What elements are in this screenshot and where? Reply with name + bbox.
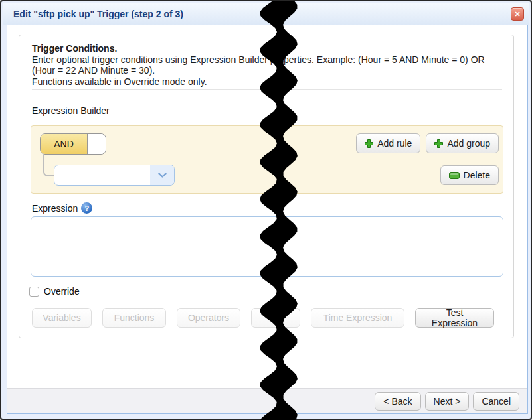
expression-textarea[interactable] xyxy=(31,216,503,277)
delete-rule-button[interactable]: Delete xyxy=(440,165,499,185)
override-label: Override xyxy=(44,286,80,297)
operators-button[interactable]: Operators xyxy=(177,308,240,328)
delete-icon xyxy=(449,172,460,179)
override-checkbox[interactable] xyxy=(29,287,39,297)
add-group-label: Add group xyxy=(447,138,490,149)
and-toggle-option[interactable]: AND xyxy=(41,134,88,154)
dialog-footer: < Back Next > Cancel xyxy=(7,388,527,413)
expression-builder-label: Expression Builder xyxy=(32,105,110,116)
delete-label: Delete xyxy=(464,170,490,180)
close-button[interactable]: ✕ xyxy=(511,7,524,21)
rule-tree-connector xyxy=(43,155,54,176)
intro-line-1: Enter optional trigger conditions using … xyxy=(32,54,485,66)
intro-text: Trigger Conditions. Enter optional trigg… xyxy=(32,43,485,87)
dialog-titlebar: Edit "sftp pick up" Trigger (step 2 of 3… xyxy=(3,3,529,25)
next-button[interactable]: Next > xyxy=(425,392,470,411)
variables-button[interactable]: Variables xyxy=(32,308,92,328)
obscured-button[interactable] xyxy=(251,308,300,328)
screenshot-stage: Edit "sftp pick up" Trigger (step 2 of 3… xyxy=(0,0,532,420)
intro-line-3: Functions available in Override mode onl… xyxy=(32,76,485,88)
help-icon[interactable]: ? xyxy=(81,202,92,214)
cancel-button[interactable]: Cancel xyxy=(473,392,519,411)
add-rule-label: Add rule xyxy=(377,138,412,149)
chevron-down-icon xyxy=(150,165,174,185)
back-button[interactable]: < Back xyxy=(375,392,420,411)
and-or-toggle[interactable]: AND xyxy=(40,133,106,155)
functions-button[interactable]: Functions xyxy=(102,308,166,328)
time-expression-button[interactable]: Time Expression xyxy=(311,308,404,328)
close-icon: ✕ xyxy=(514,10,520,18)
rule-field-value xyxy=(54,165,150,185)
intro-line-2: (Hour = 22 AND Minute = 30). xyxy=(32,65,485,76)
trigger-conditions-section: Trigger Conditions. Enter optional trigg… xyxy=(19,35,514,338)
test-expression-button[interactable]: Test Expression xyxy=(415,308,494,328)
plus-icon xyxy=(434,139,443,148)
add-rule-button[interactable]: Add rule xyxy=(356,133,420,153)
expression-builder-panel: AND Add rule xyxy=(31,125,503,194)
section-heading: Trigger Conditions. xyxy=(32,43,485,54)
or-toggle-option[interactable] xyxy=(88,134,106,154)
edit-trigger-dialog: Edit "sftp pick up" Trigger (step 2 of 3… xyxy=(0,0,532,420)
section-divider xyxy=(32,89,502,90)
expression-label: Expression xyxy=(32,203,78,214)
add-group-button[interactable]: Add group xyxy=(426,133,499,153)
plus-icon xyxy=(365,139,373,148)
dialog-title: Edit "sftp pick up" Trigger (step 2 of 3… xyxy=(13,9,183,19)
dialog-body-panel: Trigger Conditions. Enter optional trigg… xyxy=(7,25,528,414)
rule-field-select[interactable] xyxy=(54,165,175,186)
